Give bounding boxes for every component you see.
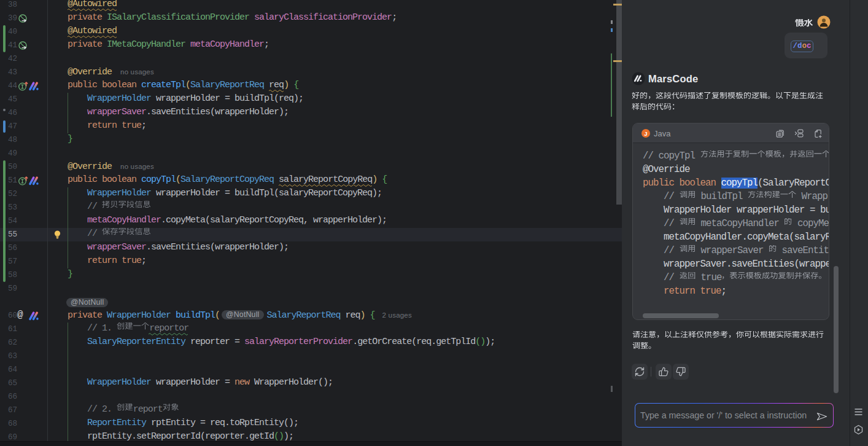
svg-text:J: J (644, 130, 647, 137)
